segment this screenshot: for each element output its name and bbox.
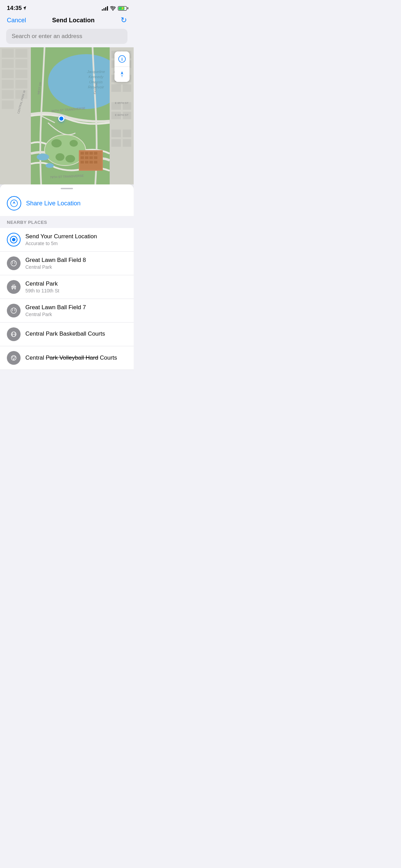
svg-rect-71 bbox=[12, 288, 13, 290]
svg-rect-29 bbox=[89, 156, 93, 159]
place-subtitle: Central Park bbox=[25, 312, 127, 317]
share-live-location[interactable]: Share Live Location bbox=[0, 191, 134, 216]
place-subtitle: Central Park bbox=[25, 264, 127, 270]
live-location-icon bbox=[10, 199, 18, 207]
svg-point-15 bbox=[51, 139, 62, 147]
place-item-volleyball[interactable]: Central Park Volleyball Hard Courts bbox=[0, 346, 134, 370]
svg-rect-10 bbox=[15, 70, 27, 78]
strikethrough-text: Park Volleyball Hard bbox=[46, 354, 98, 361]
svg-rect-9 bbox=[15, 59, 27, 68]
status-icons: ⚡ bbox=[102, 6, 127, 11]
svg-rect-28 bbox=[85, 156, 88, 159]
bottom-sheet: Share Live Location NEARBY PLACES Send Y… bbox=[0, 184, 134, 370]
svg-point-19 bbox=[37, 154, 49, 160]
svg-rect-4 bbox=[2, 70, 14, 78]
place-name: Great Lawn Ball Field 7 bbox=[25, 304, 127, 311]
search-input[interactable] bbox=[6, 29, 127, 44]
location-arrow-icon bbox=[23, 6, 26, 11]
svg-point-73 bbox=[11, 308, 16, 313]
svg-rect-34 bbox=[94, 161, 97, 164]
svg-rect-27 bbox=[81, 156, 84, 159]
svg-point-20 bbox=[46, 163, 54, 168]
svg-point-17 bbox=[56, 153, 64, 161]
svg-text:Onassis: Onassis bbox=[89, 80, 103, 84]
sports-icon bbox=[7, 256, 21, 270]
place-text: Great Lawn Ball Field 8 Central Park bbox=[25, 257, 127, 270]
page-title: Send Location bbox=[52, 17, 95, 24]
svg-rect-26 bbox=[94, 152, 97, 155]
map-info-button[interactable]: i bbox=[114, 51, 130, 67]
place-text: Central Park Basketball Courts bbox=[25, 330, 127, 338]
svg-rect-43 bbox=[123, 84, 131, 92]
svg-rect-49 bbox=[123, 130, 131, 137]
baseball-icon bbox=[10, 260, 17, 267]
svg-rect-31 bbox=[81, 161, 84, 164]
time-display: 14:35 bbox=[7, 5, 22, 12]
bench-icon bbox=[10, 284, 17, 290]
svg-rect-42 bbox=[111, 84, 121, 92]
place-name: Central Park Basketball Courts bbox=[25, 330, 127, 337]
svg-rect-32 bbox=[85, 161, 88, 164]
basketball-icon bbox=[7, 327, 21, 341]
place-item-current-location[interactable]: Send Your Current Location Accurate to 5… bbox=[0, 228, 134, 252]
share-live-icon bbox=[7, 196, 21, 210]
svg-rect-69 bbox=[11, 286, 16, 287]
svg-text:Kennedy: Kennedy bbox=[88, 75, 104, 79]
svg-text:Reservoir: Reservoir bbox=[88, 85, 104, 89]
volleyball-icon bbox=[7, 351, 21, 365]
share-live-label: Share Live Location bbox=[26, 200, 81, 207]
place-item-ball-field-7[interactable]: Great Lawn Ball Field 7 Central Park bbox=[0, 299, 134, 323]
battery-icon: ⚡ bbox=[118, 6, 127, 11]
svg-text:E 85TH ST: E 85TH ST bbox=[115, 101, 129, 105]
nav-bar: Cancel Send Location ↻ bbox=[0, 14, 134, 29]
sheet-handle-container bbox=[0, 184, 134, 191]
park-icon bbox=[7, 280, 21, 294]
svg-point-16 bbox=[70, 140, 78, 147]
place-name: Central Park bbox=[25, 280, 127, 287]
map-controls: i bbox=[114, 51, 130, 82]
place-name: Central Park Volleyball Hard Courts bbox=[25, 354, 127, 361]
place-item-basketball[interactable]: Central Park Basketball Courts bbox=[0, 323, 134, 346]
refresh-button[interactable]: ↻ bbox=[121, 16, 127, 25]
place-text: Send Your Current Location Accurate to 5… bbox=[25, 233, 127, 246]
status-time: 14:35 bbox=[7, 5, 26, 12]
place-text: Great Lawn Ball Field 7 Central Park bbox=[25, 304, 127, 317]
nearby-places-title: NEARBY PLACES bbox=[7, 220, 47, 225]
svg-rect-50 bbox=[111, 139, 121, 147]
baseball-icon-2 bbox=[10, 307, 17, 314]
place-item-ball-field-8[interactable]: Great Lawn Ball Field 8 Central Park bbox=[0, 252, 134, 275]
user-location-dot bbox=[58, 116, 64, 122]
place-subtitle: 59th to 110th St bbox=[25, 288, 127, 293]
map-location-button[interactable] bbox=[114, 67, 130, 82]
svg-point-18 bbox=[65, 155, 75, 162]
place-item-central-park[interactable]: Central Park 59th to 110th St bbox=[0, 275, 134, 299]
signal-icon bbox=[102, 6, 108, 11]
svg-rect-2 bbox=[2, 49, 14, 58]
svg-rect-6 bbox=[2, 90, 14, 99]
place-name: Great Lawn Ball Field 8 bbox=[25, 257, 127, 264]
info-icon: i bbox=[118, 55, 126, 63]
search-container bbox=[0, 29, 134, 47]
basketball-ball-icon bbox=[10, 331, 17, 338]
sports-icon-2 bbox=[7, 304, 21, 317]
svg-rect-25 bbox=[89, 152, 93, 155]
place-subtitle: Accurate to 5m bbox=[25, 241, 127, 246]
svg-rect-23 bbox=[81, 152, 84, 155]
map-view: 86TH ST TRANSVERSE 79TH ST TRANSVERSE CE… bbox=[0, 47, 134, 184]
svg-text:E 84TH ST: E 84TH ST bbox=[115, 113, 129, 117]
svg-rect-8 bbox=[15, 49, 27, 58]
svg-rect-24 bbox=[85, 152, 88, 155]
map-container[interactable]: 86TH ST TRANSVERSE 79TH ST TRANSVERSE CE… bbox=[0, 47, 134, 184]
svg-text:i: i bbox=[121, 57, 123, 62]
svg-rect-30 bbox=[94, 156, 97, 159]
svg-rect-5 bbox=[2, 80, 14, 88]
status-bar: 14:35 ⚡ bbox=[0, 0, 134, 14]
svg-rect-11 bbox=[15, 80, 27, 88]
svg-rect-51 bbox=[123, 139, 131, 147]
svg-rect-7 bbox=[2, 100, 14, 109]
compass-icon bbox=[118, 71, 126, 78]
cancel-button[interactable]: Cancel bbox=[7, 17, 26, 24]
place-text: Central Park 59th to 110th St bbox=[25, 280, 127, 293]
svg-rect-72 bbox=[15, 288, 15, 290]
svg-rect-48 bbox=[111, 130, 121, 137]
